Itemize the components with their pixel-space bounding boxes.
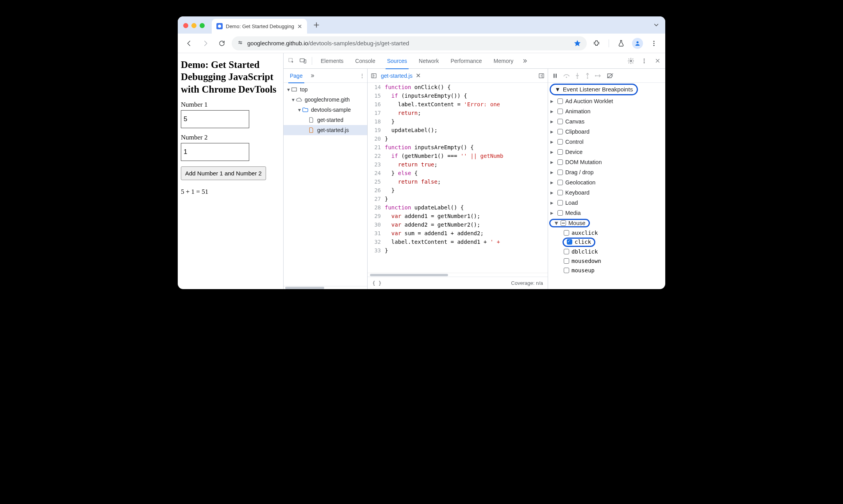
minimize-window-button[interactable] (191, 23, 196, 28)
inspect-icon[interactable] (286, 55, 297, 66)
category-row[interactable]: ▸DOM Mutation (550, 157, 665, 167)
pretty-print-icon[interactable]: { } (372, 280, 381, 286)
tree-file-html[interactable]: get-started (284, 115, 367, 125)
svg-point-5 (636, 41, 638, 43)
profile-button[interactable] (631, 37, 644, 50)
result-text: 5 + 1 = 51 (181, 188, 280, 196)
tree-top[interactable]: ▾ top (284, 84, 367, 95)
toggle-navigator-icon[interactable] (371, 73, 377, 79)
browser-tab[interactable]: Demo: Get Started Debugging ✕ (212, 19, 307, 34)
tree-file-js[interactable]: get-started.js (284, 125, 367, 135)
tab-performance[interactable]: Performance (445, 53, 487, 69)
svg-point-26 (595, 75, 596, 76)
back-button[interactable] (182, 37, 196, 50)
frame-icon (291, 87, 298, 92)
device-toolbar-icon[interactable] (298, 55, 309, 66)
category-row[interactable]: ▸Control (550, 137, 665, 147)
deactivate-breakpoints-icon[interactable] (607, 73, 614, 79)
category-row[interactable]: ▸Geolocation (550, 177, 665, 188)
tab-search-button[interactable] (650, 20, 662, 30)
separator (312, 57, 312, 65)
forward-button[interactable] (199, 37, 212, 50)
category-row[interactable]: ▸Load (550, 198, 665, 208)
close-window-button[interactable] (183, 23, 188, 28)
sources-navigator: Page ⋮ ▾ top ▾ (284, 69, 368, 289)
line-gutter[interactable]: 1415161718192021222324252627282930313233 (368, 83, 385, 273)
number1-label: Number 1 (181, 101, 207, 108)
tab-sources[interactable]: Sources (382, 53, 413, 69)
cloud-icon (295, 97, 302, 102)
step-out-icon[interactable] (585, 72, 590, 79)
step-over-icon[interactable] (563, 73, 570, 79)
debugger-sidebar: ▼ Event Listener Breakpoints ▸Ad Auction… (548, 69, 665, 289)
code-editor: get-started.js ✕ 14151617181920212223242… (368, 69, 548, 289)
svg-point-14 (644, 60, 645, 61)
close-file-icon[interactable]: ✕ (416, 72, 421, 79)
svg-rect-21 (554, 73, 555, 78)
event-click[interactable]: click (550, 238, 665, 247)
navigator-page-tab[interactable]: Page (286, 69, 307, 83)
event-auxclick[interactable]: auxclick (550, 228, 665, 238)
more-tabs-icon[interactable] (520, 55, 530, 66)
toolbar-separator (609, 39, 609, 47)
code-lines[interactable]: function onClick() { if (inputsAreEmpty(… (385, 83, 548, 273)
settings-icon[interactable] (625, 55, 636, 66)
page-viewport: Demo: Get Started Debugging JavaScript w… (178, 53, 283, 289)
step-icon[interactable] (595, 73, 602, 79)
site-settings-icon[interactable] (237, 40, 243, 46)
tab-elements[interactable]: Elements (315, 53, 349, 69)
reload-button[interactable] (215, 37, 229, 50)
file-js-icon (308, 127, 315, 133)
browser-toolbar: googlechrome.github.io/devtools-samples/… (178, 34, 665, 53)
category-row[interactable]: ▸Animation (550, 106, 665, 116)
devtools-menu-icon[interactable] (639, 55, 650, 66)
svg-point-0 (218, 25, 221, 28)
event-mouseup[interactable]: mouseup (550, 266, 665, 275)
tab-memory[interactable]: Memory (488, 53, 519, 69)
svg-rect-22 (555, 73, 557, 78)
category-row[interactable]: ▸Keyboard (550, 188, 665, 198)
extensions-button[interactable] (590, 37, 603, 50)
navigator-more-icon[interactable] (310, 73, 315, 79)
tab-title: Demo: Get Started Debugging (226, 23, 294, 29)
bookmark-star-icon[interactable] (573, 39, 581, 47)
number2-input[interactable] (181, 143, 249, 161)
category-row[interactable]: ▸Canvas (550, 116, 665, 127)
event-listener-breakpoints-header[interactable]: ▼ Event Listener Breakpoints (550, 84, 638, 95)
number1-input[interactable] (181, 110, 249, 128)
tree-domain[interactable]: ▾ googlechrome.gith (284, 95, 367, 105)
tab-network[interactable]: Network (413, 53, 444, 69)
close-devtools-icon[interactable] (652, 55, 663, 66)
navigator-scrollbar[interactable] (284, 286, 367, 289)
editor-scrollbar[interactable] (368, 273, 548, 277)
category-row[interactable]: ▸Drag / drop (550, 167, 665, 177)
new-tab-button[interactable] (311, 20, 322, 30)
svg-point-13 (644, 59, 645, 60)
pause-icon[interactable] (552, 73, 558, 79)
labs-button[interactable] (614, 37, 628, 50)
category-row[interactable]: ▸Media (550, 208, 665, 218)
address-bar[interactable]: googlechrome.github.io/devtools-samples/… (232, 36, 587, 50)
tab-console[interactable]: Console (350, 53, 380, 69)
svg-point-23 (566, 77, 567, 78)
svg-point-3 (239, 41, 240, 42)
fullscreen-window-button[interactable] (200, 23, 205, 28)
category-row[interactable]: ▸Clipboard (550, 127, 665, 137)
editor-file-tab[interactable]: get-started.js ✕ (381, 72, 421, 79)
svg-point-15 (644, 62, 645, 63)
navigator-menu-icon[interactable]: ⋮ (359, 73, 365, 79)
svg-point-4 (241, 43, 242, 44)
category-row[interactable]: ▸Ad Auction Worklet (550, 96, 665, 106)
category-row[interactable]: ▸Device (550, 147, 665, 157)
svg-point-25 (587, 77, 588, 79)
add-button[interactable]: Add Number 1 and Number 2 (181, 166, 266, 180)
step-into-icon[interactable] (575, 72, 580, 79)
devtools-panel: Elements Console Sources Network Perform… (283, 53, 665, 289)
category-mouse[interactable]: ▼Mouse (550, 218, 665, 228)
toggle-debugger-icon[interactable] (538, 73, 545, 79)
close-tab-button[interactable]: ✕ (297, 23, 302, 29)
chrome-menu-button[interactable] (647, 37, 661, 50)
event-dblclick[interactable]: dblclick (550, 247, 665, 256)
event-mousedown[interactable]: mousedown (550, 256, 665, 266)
tree-folder[interactable]: ▾ devtools-sample (284, 105, 367, 115)
